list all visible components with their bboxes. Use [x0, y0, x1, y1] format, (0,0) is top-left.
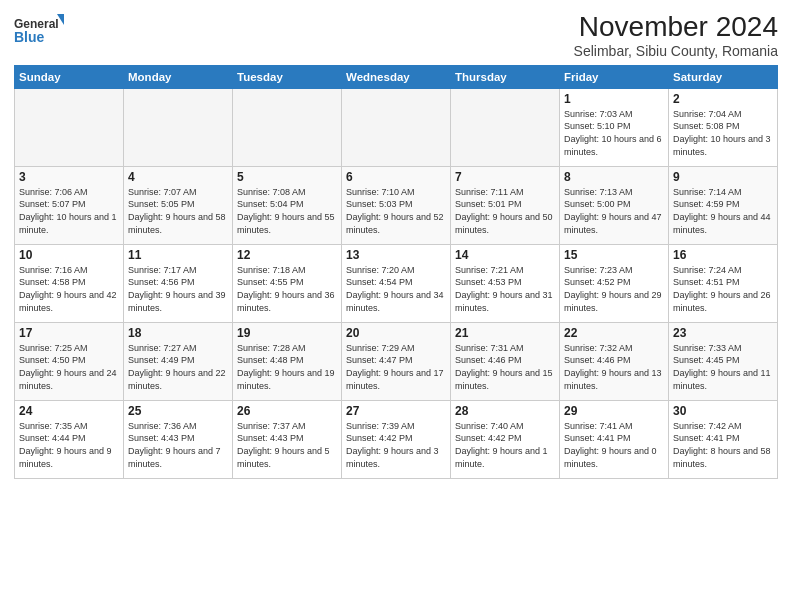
day-number: 26: [237, 404, 337, 418]
day-number: 18: [128, 326, 228, 340]
calendar-table: Sunday Monday Tuesday Wednesday Thursday…: [14, 65, 778, 479]
col-wednesday: Wednesday: [342, 65, 451, 88]
day-info: Sunrise: 7:06 AM Sunset: 5:07 PM Dayligh…: [19, 186, 119, 236]
col-tuesday: Tuesday: [233, 65, 342, 88]
calendar-cell: 10Sunrise: 7:16 AM Sunset: 4:58 PM Dayli…: [15, 244, 124, 322]
calendar-week-row: 1Sunrise: 7:03 AM Sunset: 5:10 PM Daylig…: [15, 88, 778, 166]
day-number: 15: [564, 248, 664, 262]
calendar-cell: 25Sunrise: 7:36 AM Sunset: 4:43 PM Dayli…: [124, 400, 233, 478]
day-info: Sunrise: 7:25 AM Sunset: 4:50 PM Dayligh…: [19, 342, 119, 392]
day-number: 6: [346, 170, 446, 184]
calendar-cell: 30Sunrise: 7:42 AM Sunset: 4:41 PM Dayli…: [669, 400, 778, 478]
day-info: Sunrise: 7:04 AM Sunset: 5:08 PM Dayligh…: [673, 108, 773, 158]
calendar-cell: 18Sunrise: 7:27 AM Sunset: 4:49 PM Dayli…: [124, 322, 233, 400]
day-info: Sunrise: 7:42 AM Sunset: 4:41 PM Dayligh…: [673, 420, 773, 470]
calendar-cell: 27Sunrise: 7:39 AM Sunset: 4:42 PM Dayli…: [342, 400, 451, 478]
calendar-week-row: 10Sunrise: 7:16 AM Sunset: 4:58 PM Dayli…: [15, 244, 778, 322]
calendar-cell: [342, 88, 451, 166]
day-info: Sunrise: 7:36 AM Sunset: 4:43 PM Dayligh…: [128, 420, 228, 470]
day-number: 7: [455, 170, 555, 184]
day-info: Sunrise: 7:17 AM Sunset: 4:56 PM Dayligh…: [128, 264, 228, 314]
calendar-cell: 20Sunrise: 7:29 AM Sunset: 4:47 PM Dayli…: [342, 322, 451, 400]
col-saturday: Saturday: [669, 65, 778, 88]
calendar-week-row: 17Sunrise: 7:25 AM Sunset: 4:50 PM Dayli…: [15, 322, 778, 400]
sub-title: Selimbar, Sibiu County, Romania: [574, 43, 778, 59]
day-number: 29: [564, 404, 664, 418]
day-info: Sunrise: 7:31 AM Sunset: 4:46 PM Dayligh…: [455, 342, 555, 392]
calendar-cell: 8Sunrise: 7:13 AM Sunset: 5:00 PM Daylig…: [560, 166, 669, 244]
day-number: 13: [346, 248, 446, 262]
calendar-cell: 4Sunrise: 7:07 AM Sunset: 5:05 PM Daylig…: [124, 166, 233, 244]
day-number: 14: [455, 248, 555, 262]
title-block: November 2024 Selimbar, Sibiu County, Ro…: [574, 12, 778, 59]
logo-svg: General Blue: [14, 12, 64, 48]
day-info: Sunrise: 7:35 AM Sunset: 4:44 PM Dayligh…: [19, 420, 119, 470]
calendar-header-row: Sunday Monday Tuesday Wednesday Thursday…: [15, 65, 778, 88]
day-number: 27: [346, 404, 446, 418]
day-info: Sunrise: 7:27 AM Sunset: 4:49 PM Dayligh…: [128, 342, 228, 392]
day-info: Sunrise: 7:32 AM Sunset: 4:46 PM Dayligh…: [564, 342, 664, 392]
col-monday: Monday: [124, 65, 233, 88]
day-info: Sunrise: 7:07 AM Sunset: 5:05 PM Dayligh…: [128, 186, 228, 236]
calendar-cell: 15Sunrise: 7:23 AM Sunset: 4:52 PM Dayli…: [560, 244, 669, 322]
day-number: 1: [564, 92, 664, 106]
day-info: Sunrise: 7:23 AM Sunset: 4:52 PM Dayligh…: [564, 264, 664, 314]
day-number: 11: [128, 248, 228, 262]
col-thursday: Thursday: [451, 65, 560, 88]
calendar-cell: 2Sunrise: 7:04 AM Sunset: 5:08 PM Daylig…: [669, 88, 778, 166]
day-info: Sunrise: 7:21 AM Sunset: 4:53 PM Dayligh…: [455, 264, 555, 314]
day-number: 4: [128, 170, 228, 184]
svg-text:Blue: Blue: [14, 29, 45, 45]
day-info: Sunrise: 7:37 AM Sunset: 4:43 PM Dayligh…: [237, 420, 337, 470]
day-number: 17: [19, 326, 119, 340]
calendar-cell: 11Sunrise: 7:17 AM Sunset: 4:56 PM Dayli…: [124, 244, 233, 322]
calendar-cell: 21Sunrise: 7:31 AM Sunset: 4:46 PM Dayli…: [451, 322, 560, 400]
header: General Blue November 2024 Selimbar, Sib…: [14, 12, 778, 59]
calendar-cell: 14Sunrise: 7:21 AM Sunset: 4:53 PM Dayli…: [451, 244, 560, 322]
calendar-cell: [124, 88, 233, 166]
day-info: Sunrise: 7:10 AM Sunset: 5:03 PM Dayligh…: [346, 186, 446, 236]
day-info: Sunrise: 7:33 AM Sunset: 4:45 PM Dayligh…: [673, 342, 773, 392]
calendar-cell: 19Sunrise: 7:28 AM Sunset: 4:48 PM Dayli…: [233, 322, 342, 400]
calendar-cell: 23Sunrise: 7:33 AM Sunset: 4:45 PM Dayli…: [669, 322, 778, 400]
calendar-week-row: 24Sunrise: 7:35 AM Sunset: 4:44 PM Dayli…: [15, 400, 778, 478]
day-number: 9: [673, 170, 773, 184]
day-number: 23: [673, 326, 773, 340]
day-number: 5: [237, 170, 337, 184]
calendar-week-row: 3Sunrise: 7:06 AM Sunset: 5:07 PM Daylig…: [15, 166, 778, 244]
day-number: 8: [564, 170, 664, 184]
calendar-cell: 3Sunrise: 7:06 AM Sunset: 5:07 PM Daylig…: [15, 166, 124, 244]
day-info: Sunrise: 7:16 AM Sunset: 4:58 PM Dayligh…: [19, 264, 119, 314]
day-number: 22: [564, 326, 664, 340]
calendar-cell: 16Sunrise: 7:24 AM Sunset: 4:51 PM Dayli…: [669, 244, 778, 322]
calendar-cell: 5Sunrise: 7:08 AM Sunset: 5:04 PM Daylig…: [233, 166, 342, 244]
calendar-cell: 1Sunrise: 7:03 AM Sunset: 5:10 PM Daylig…: [560, 88, 669, 166]
day-number: 30: [673, 404, 773, 418]
col-friday: Friday: [560, 65, 669, 88]
day-info: Sunrise: 7:39 AM Sunset: 4:42 PM Dayligh…: [346, 420, 446, 470]
day-info: Sunrise: 7:24 AM Sunset: 4:51 PM Dayligh…: [673, 264, 773, 314]
day-number: 12: [237, 248, 337, 262]
day-info: Sunrise: 7:11 AM Sunset: 5:01 PM Dayligh…: [455, 186, 555, 236]
calendar-cell: 22Sunrise: 7:32 AM Sunset: 4:46 PM Dayli…: [560, 322, 669, 400]
day-info: Sunrise: 7:40 AM Sunset: 4:42 PM Dayligh…: [455, 420, 555, 470]
calendar-cell: [451, 88, 560, 166]
day-info: Sunrise: 7:03 AM Sunset: 5:10 PM Dayligh…: [564, 108, 664, 158]
day-number: 19: [237, 326, 337, 340]
calendar-cell: 26Sunrise: 7:37 AM Sunset: 4:43 PM Dayli…: [233, 400, 342, 478]
day-number: 16: [673, 248, 773, 262]
day-number: 28: [455, 404, 555, 418]
calendar-cell: 29Sunrise: 7:41 AM Sunset: 4:41 PM Dayli…: [560, 400, 669, 478]
calendar-cell: 13Sunrise: 7:20 AM Sunset: 4:54 PM Dayli…: [342, 244, 451, 322]
logo: General Blue: [14, 12, 64, 48]
calendar-cell: 17Sunrise: 7:25 AM Sunset: 4:50 PM Dayli…: [15, 322, 124, 400]
calendar-cell: 9Sunrise: 7:14 AM Sunset: 4:59 PM Daylig…: [669, 166, 778, 244]
calendar-cell: [233, 88, 342, 166]
day-info: Sunrise: 7:14 AM Sunset: 4:59 PM Dayligh…: [673, 186, 773, 236]
day-info: Sunrise: 7:41 AM Sunset: 4:41 PM Dayligh…: [564, 420, 664, 470]
day-info: Sunrise: 7:20 AM Sunset: 4:54 PM Dayligh…: [346, 264, 446, 314]
day-number: 3: [19, 170, 119, 184]
calendar-cell: [15, 88, 124, 166]
day-number: 25: [128, 404, 228, 418]
day-info: Sunrise: 7:28 AM Sunset: 4:48 PM Dayligh…: [237, 342, 337, 392]
